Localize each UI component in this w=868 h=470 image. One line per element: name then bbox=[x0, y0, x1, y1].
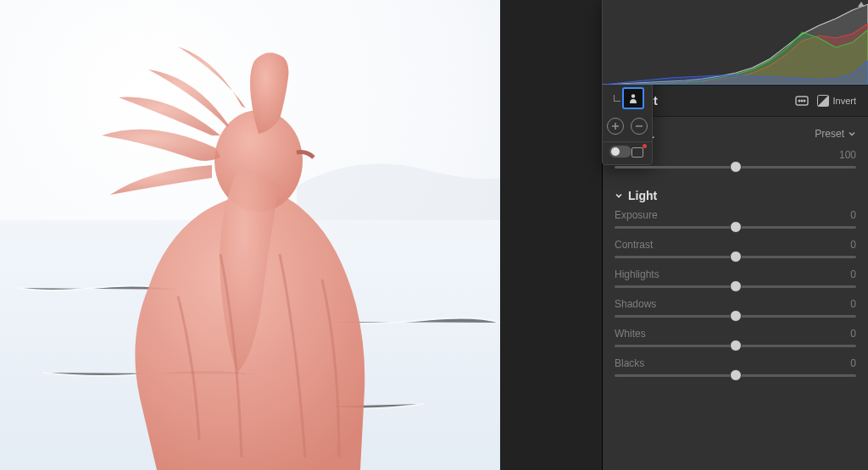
slider-label-text: Whites bbox=[615, 328, 646, 340]
slider-amount-track[interactable] bbox=[615, 166, 856, 169]
slider-knob[interactable] bbox=[730, 369, 742, 381]
mask-overlay-toggle[interactable] bbox=[609, 146, 632, 158]
image-canvas[interactable] bbox=[0, 0, 500, 470]
mask-tree-connector-icon bbox=[614, 95, 620, 102]
highlight-clip-icon[interactable] bbox=[858, 2, 865, 7]
slider-contrast: Contrast0 bbox=[603, 235, 868, 265]
slider-label-text: Blacks bbox=[615, 357, 644, 369]
slider-track[interactable] bbox=[615, 345, 856, 347]
slider-whites: Whites0 bbox=[603, 324, 868, 354]
edit-panel: Subject Invert Mask 1 Preset bbox=[602, 0, 868, 470]
slider-knob[interactable] bbox=[730, 340, 742, 351]
canvas-gutter bbox=[500, 0, 602, 470]
histogram[interactable] bbox=[603, 0, 868, 85]
preset-label: Preset bbox=[815, 128, 844, 140]
slider-label-text: Highlights bbox=[615, 268, 659, 280]
slider-value[interactable]: 0 bbox=[850, 209, 856, 221]
svg-point-17 bbox=[804, 100, 806, 102]
invert-mask-button[interactable]: Invert bbox=[817, 95, 856, 107]
mask-thumb-subject[interactable] bbox=[622, 87, 644, 109]
chevron-down-icon bbox=[615, 191, 623, 200]
slider-track[interactable] bbox=[615, 315, 856, 318]
mask-add-component-button[interactable] bbox=[607, 118, 624, 135]
slider-amount-value[interactable]: 100 bbox=[839, 149, 856, 161]
slider-value[interactable]: 0 bbox=[850, 298, 856, 310]
chevron-down-icon bbox=[848, 130, 856, 138]
invert-mask-label: Invert bbox=[832, 96, 856, 106]
slider-label-text: Contrast bbox=[615, 239, 653, 251]
slider-track[interactable] bbox=[615, 256, 856, 258]
slider-blacks: Blacks0 bbox=[603, 354, 868, 384]
preset-dropdown[interactable]: Preset bbox=[815, 128, 856, 140]
slider-knob[interactable] bbox=[730, 221, 742, 233]
light-sliders-container: Exposure0Contrast0Highlights0Shadows0Whi… bbox=[603, 206, 868, 384]
slider-knob[interactable] bbox=[730, 310, 742, 322]
slider-shadows: Shadows0 bbox=[603, 295, 868, 324]
svg-point-10 bbox=[632, 94, 635, 97]
slider-knob[interactable] bbox=[730, 280, 742, 292]
mask-subtract-component-button[interactable] bbox=[631, 118, 648, 135]
slider-amount-knob[interactable] bbox=[730, 161, 742, 173]
group-light-toggle[interactable]: Light bbox=[603, 180, 868, 206]
group-light-label: Light bbox=[628, 189, 657, 202]
mask-hint-icon[interactable] bbox=[795, 96, 809, 106]
slider-highlights: Highlights0 bbox=[603, 265, 868, 295]
mask-settings-icon[interactable] bbox=[632, 146, 645, 158]
svg-point-15 bbox=[799, 100, 801, 102]
slider-track[interactable] bbox=[615, 285, 856, 288]
svg-point-16 bbox=[802, 100, 804, 102]
slider-value[interactable]: 0 bbox=[850, 268, 856, 280]
slider-track[interactable] bbox=[615, 374, 856, 377]
slider-exposure: Exposure0 bbox=[603, 206, 868, 235]
slider-knob[interactable] bbox=[730, 251, 742, 263]
slider-track[interactable] bbox=[615, 226, 856, 229]
slider-value[interactable]: 0 bbox=[850, 357, 856, 369]
slider-label-text: Exposure bbox=[615, 209, 658, 221]
slider-label-text: Shadows bbox=[615, 298, 656, 310]
slider-value[interactable]: 0 bbox=[850, 239, 856, 251]
slider-value[interactable]: 0 bbox=[850, 328, 856, 340]
